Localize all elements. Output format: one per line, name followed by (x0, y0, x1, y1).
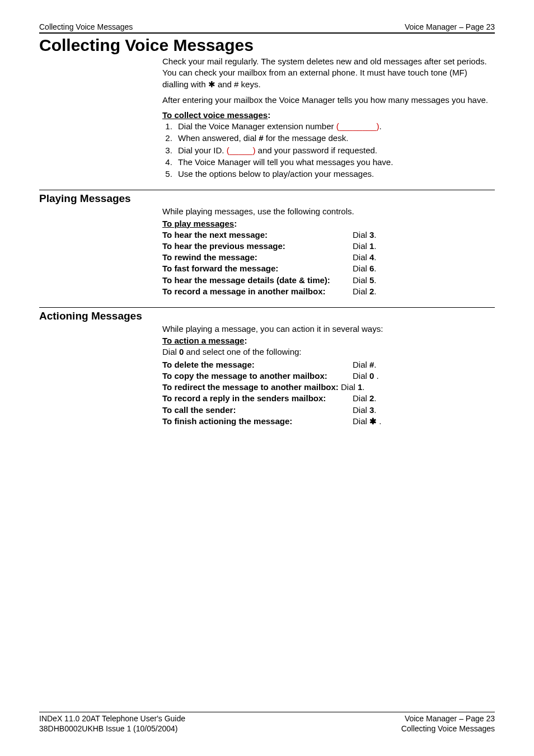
act2-pre-0: Dial (353, 393, 369, 403)
act-row-3: To call the sender: Dial 3. (162, 405, 495, 416)
playing-block: While playing messages, use the followin… (162, 206, 495, 297)
play-label-3: To fast forward the message: (162, 263, 353, 274)
act-val-2: Dial 2. (353, 393, 495, 404)
play-post-4: . (374, 275, 376, 285)
collect-heading: To collect voice messages (162, 110, 268, 120)
act-label-1: To copy the message to another mailbox: (162, 370, 353, 382)
act-row-0: To delete the message: Dial #. (162, 359, 495, 370)
intro-block: Check your mail regularly. The system de… (162, 56, 495, 180)
act-label-3: To call the sender: (162, 405, 353, 416)
play-post-3: . (374, 264, 376, 273)
act-pre-1: Dial (353, 371, 369, 381)
actioning-block: While playing a message, you can action … (162, 323, 495, 427)
play-post-5: . (374, 287, 376, 296)
collect-heading-line: To collect voice messages: (162, 110, 495, 120)
redirect-post: . (362, 382, 364, 392)
step3-b: and your password if requested. (255, 145, 377, 155)
footer-r1: Voice Manager – Page 23 (401, 713, 495, 724)
play-row-1: To hear the previous message: Dial 1. (162, 241, 495, 252)
act-pre-0: Dial (353, 360, 369, 369)
play-row-4: To hear the message details (date & time… (162, 275, 495, 286)
play-pre-3: Dial (353, 264, 369, 273)
play-pre-4: Dial (353, 275, 369, 285)
play-val-2: Dial 4. (353, 252, 495, 263)
act-val-1: Dial 0 . (353, 370, 495, 382)
act-val-4: Dial ✱ . (353, 416, 495, 427)
footer-l2: 38DHB0002UKHB Issue 1 (10/05/2004) (39, 724, 185, 734)
playing-intro: While playing messages, use the followin… (162, 206, 495, 217)
play-row-5: To record a message in another mailbox: … (162, 286, 495, 297)
step3-blank: (_____) (227, 145, 256, 155)
act-val-0: Dial #. (353, 359, 495, 370)
act-label-0: To delete the message: (162, 359, 353, 370)
header-right: Voice Manager – Page 23 (405, 22, 495, 31)
dial0-line: Dial 0 and select one of the following: (162, 346, 495, 358)
step-3: Dial your ID. (_____) and your password … (175, 145, 495, 156)
act2-post-0: . (374, 393, 376, 403)
collect-colon: : (268, 110, 270, 120)
play-val-3: Dial 6. (353, 263, 495, 274)
act2-post-1: . (374, 405, 376, 415)
rule-2 (39, 307, 495, 308)
act-row-1: To copy the message to another mailbox: … (162, 370, 495, 382)
rule-1 (39, 190, 495, 190)
play-pre-5: Dial (353, 287, 369, 296)
act2-pre-2: Dial (353, 416, 369, 426)
act2-pre-1: Dial (353, 405, 369, 415)
play-label-4: To hear the message details (date & time… (162, 275, 353, 286)
step-5: Use the options below to play/action you… (175, 168, 495, 180)
play-label-2: To rewind the message: (162, 252, 353, 263)
footer: INDeX 11.0 20AT Telephone User's Guide 3… (39, 712, 495, 734)
step2-a: When answered, dial (178, 133, 259, 143)
act-val-3: Dial 3. (353, 405, 495, 416)
act-row-4: To finish actioning the message: Dial ✱ … (162, 416, 495, 427)
play-post-1: . (374, 241, 376, 251)
act-post-1: . (374, 371, 378, 381)
act2-post-2: . (377, 416, 381, 426)
play-val-5: Dial 2. (353, 286, 495, 297)
play-row-0: To hear the next message: Dial 3. (162, 229, 495, 241)
footer-left: INDeX 11.0 20AT Telephone User's Guide 3… (39, 713, 185, 734)
footer-l1: INDeX 11.0 20AT Telephone User's Guide (39, 713, 185, 724)
actioning-colon: : (244, 336, 247, 345)
step-1: Dial the Voice Manager extension number … (175, 121, 495, 132)
play-post-0: . (374, 230, 376, 240)
play-row-3: To fast forward the message: Dial 6. (162, 263, 495, 274)
actioning-sub: To action a message (162, 336, 244, 345)
actioning-intro: While playing a message, you can action … (162, 323, 495, 335)
act-post-0: . (374, 360, 376, 369)
step3-a: Dial your ID. (178, 145, 227, 155)
footer-r2: Collecting Voice Messages (401, 724, 495, 734)
intro-p1: Check your mail regularly. The system de… (162, 56, 495, 90)
playing-heading: Playing Messages (39, 192, 495, 205)
redirect-row: To redirect the message to another mailb… (162, 382, 495, 393)
act-label-2: To record a reply in the senders mailbox… (162, 393, 353, 404)
act2-key-2: ✱ (369, 416, 377, 426)
play-pre-0: Dial (353, 230, 369, 240)
play-val-0: Dial 3. (353, 229, 495, 241)
play-label-5: To record a message in another mailbox: (162, 286, 353, 297)
redirect-label: To redirect the message to another mailb… (162, 382, 339, 392)
step2-b: for the message desk. (264, 133, 349, 143)
star-symbol: ✱ (208, 79, 216, 89)
play-val-4: Dial 5. (353, 275, 495, 286)
step-2: When answered, dial # for the message de… (175, 133, 495, 144)
dial0-b: and select one of the following: (184, 347, 301, 356)
step1-b: . (379, 121, 381, 131)
playing-sub-line: To play messages: (162, 219, 495, 228)
intro-p1-b: and # keys. (216, 79, 261, 89)
actioning-heading: Actioning Messages (39, 310, 495, 322)
play-post-2: . (374, 252, 376, 262)
play-row-2: To rewind the message: Dial 4. (162, 252, 495, 263)
step1-a: Dial the Voice Manager extension number (178, 121, 336, 131)
header-left: Collecting Voice Messages (39, 22, 133, 31)
play-val-1: Dial 1. (353, 241, 495, 252)
footer-right: Voice Manager – Page 23 Collecting Voice… (401, 713, 495, 734)
play-pre-1: Dial (353, 241, 369, 251)
step2-hash: # (259, 133, 263, 143)
header-bar: Collecting Voice Messages Voice Manager … (39, 22, 495, 34)
page-title: Collecting Voice Messages (39, 36, 495, 55)
play-label-1: To hear the previous message: (162, 241, 353, 252)
step-4: The Voice Manager will tell you what mes… (175, 157, 495, 168)
page: Collecting Voice Messages Voice Manager … (0, 0, 534, 756)
